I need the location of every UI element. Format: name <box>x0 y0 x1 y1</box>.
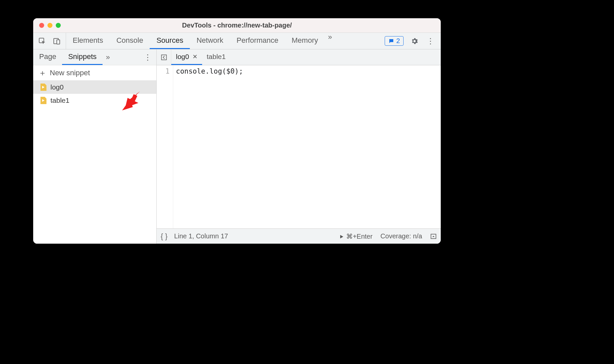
main-tabs: Elements Console Sources Network Perform… <box>66 33 336 49</box>
traffic-lights <box>39 23 61 28</box>
window-title: DevTools - chrome://new-tab-page/ <box>33 22 441 29</box>
messages-count: 2 <box>396 37 400 45</box>
sidebar-tabs: Page Snippets » ⋮ <box>33 49 156 65</box>
snippet-file-icon <box>40 97 46 104</box>
messages-badge[interactable]: 2 <box>385 36 404 46</box>
tab-console[interactable]: Console <box>110 33 150 49</box>
toolbar-left-group <box>33 33 66 49</box>
tab-elements[interactable]: Elements <box>66 33 110 49</box>
settings-icon[interactable] <box>410 36 420 46</box>
sidebar: Page Snippets » ⋮ ＋ New snippet log0 tab… <box>33 49 157 244</box>
code-line: console.log($0); <box>176 67 243 75</box>
status-bar: { } Line 1, Column 17 ⌘+Enter Coverage: … <box>157 228 441 244</box>
devtools-window: DevTools - chrome://new-tab-page/ Elemen… <box>33 18 441 244</box>
zoom-window-button[interactable] <box>56 23 61 28</box>
sidebar-more-icon[interactable]: ⋮ <box>139 49 156 65</box>
editor-tab-table1[interactable]: table1 <box>202 49 230 65</box>
snippet-name: log0 <box>50 83 64 91</box>
svg-rect-3 <box>161 55 166 60</box>
run-shortcut: ⌘+Enter <box>346 233 372 240</box>
device-toolbar-icon[interactable] <box>52 36 62 46</box>
main-toolbar: Elements Console Sources Network Perform… <box>33 33 441 49</box>
more-menu-icon[interactable]: ⋮ <box>425 36 435 46</box>
code-editor[interactable]: 1 console.log($0); <box>157 65 441 228</box>
show-drawer-icon[interactable] <box>430 233 437 240</box>
status-right: ⌘+Enter Coverage: n/a <box>339 232 437 240</box>
plus-icon: ＋ <box>38 68 46 78</box>
svg-rect-2 <box>57 40 60 44</box>
tab-memory[interactable]: Memory <box>285 33 325 49</box>
inspect-element-icon[interactable] <box>37 36 47 46</box>
line-number: 1 <box>157 67 170 75</box>
tab-sources[interactable]: Sources <box>150 33 190 49</box>
tabs-overflow-icon[interactable]: » <box>325 33 335 49</box>
titlebar: DevTools - chrome://new-tab-page/ <box>33 18 441 33</box>
body: Page Snippets » ⋮ ＋ New snippet log0 tab… <box>33 49 441 244</box>
editor-tabstrip: log0 ✕ table1 <box>157 49 441 65</box>
snippet-list: log0 table1 <box>33 81 156 244</box>
code-content[interactable]: console.log($0); <box>173 65 441 228</box>
snippet-name: table1 <box>50 96 69 104</box>
sidebar-tab-page[interactable]: Page <box>33 49 62 65</box>
tab-network[interactable]: Network <box>190 33 230 49</box>
minimize-window-button[interactable] <box>47 23 52 28</box>
new-snippet-label: New snippet <box>50 69 90 77</box>
snippet-file-icon <box>40 84 46 91</box>
sidebar-tab-snippets[interactable]: Snippets <box>62 49 103 65</box>
navigate-back-icon[interactable] <box>157 49 171 65</box>
line-gutter: 1 <box>157 65 173 228</box>
tab-performance[interactable]: Performance <box>230 33 285 49</box>
pretty-print-icon[interactable]: { } <box>161 232 168 241</box>
close-tab-icon[interactable]: ✕ <box>192 53 197 60</box>
sidebar-tabs-overflow-icon[interactable]: » <box>103 49 113 65</box>
editor-tab-label: table1 <box>207 53 226 61</box>
editor-tab-label: log0 <box>176 53 189 61</box>
new-snippet-button[interactable]: ＋ New snippet <box>33 65 156 81</box>
editor-pane: log0 ✕ table1 1 console.log($0); { } Lin… <box>157 49 441 244</box>
cursor-position: Line 1, Column 17 <box>174 232 228 240</box>
toolbar-right-group: 2 ⋮ <box>385 36 441 46</box>
snippet-item-log0[interactable]: log0 <box>33 81 156 94</box>
coverage-status: Coverage: n/a <box>380 232 422 240</box>
run-snippet-button[interactable]: ⌘+Enter <box>339 232 372 240</box>
close-window-button[interactable] <box>39 23 44 28</box>
snippet-item-table1[interactable]: table1 <box>33 94 156 107</box>
editor-tab-log0[interactable]: log0 ✕ <box>171 49 202 65</box>
